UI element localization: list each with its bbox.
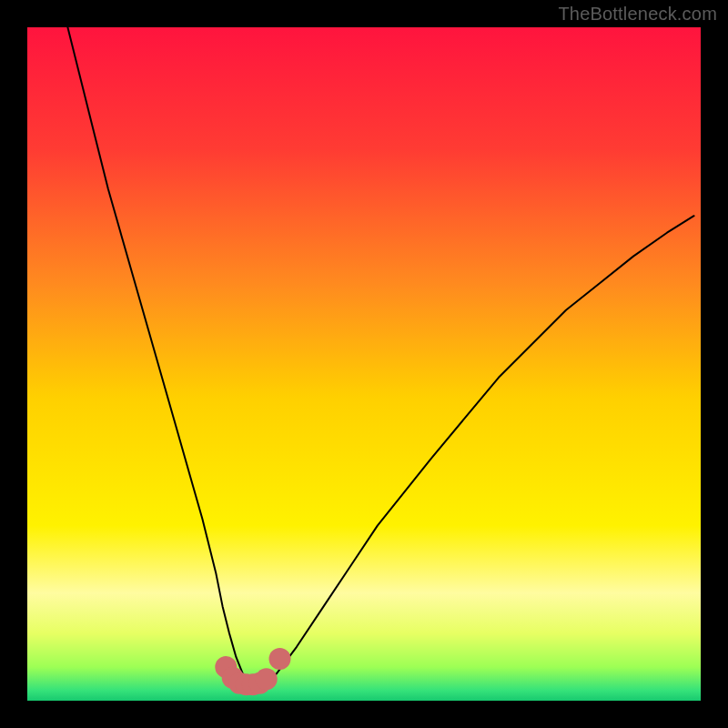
highlight-marker [269,648,291,670]
highlight-marker [256,668,278,690]
watermark-text: TheBottleneck.com [558,4,717,25]
highlight-markers [215,648,290,695]
bottleneck-curve [67,27,693,685]
plot-area [27,27,701,701]
curve-layer [27,27,701,701]
chart-frame: TheBottleneck.com [0,0,728,728]
